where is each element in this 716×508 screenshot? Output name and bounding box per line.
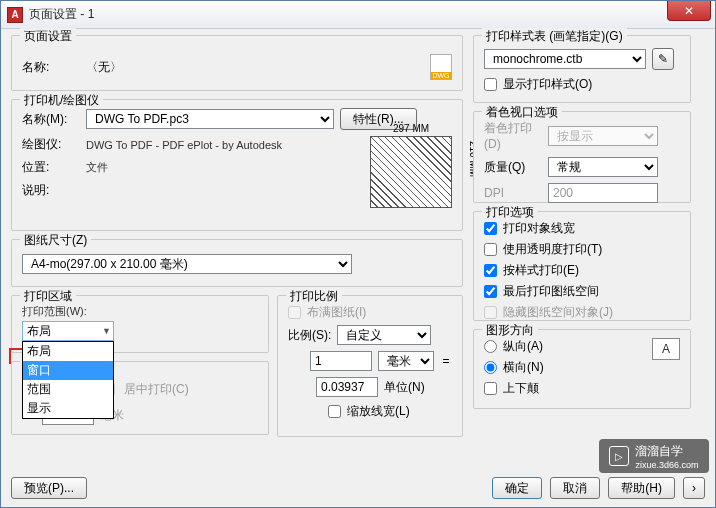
opt1-check[interactable] <box>484 222 497 235</box>
location-value: 文件 <box>86 160 108 175</box>
quality-label: 质量(Q) <box>484 159 542 176</box>
opt-window[interactable]: 窗口 <box>23 361 113 380</box>
opt5-check <box>484 306 497 319</box>
shade-label: 着色打印(D) <box>484 120 542 151</box>
watermark-url: zixue.3d66.com <box>635 460 698 470</box>
shade-select: 按显示 <box>548 126 658 146</box>
portrait-label: 纵向(A) <box>503 338 543 355</box>
opt4-label: 最后打印图纸空间 <box>503 283 599 300</box>
fit-paper-check <box>288 306 301 319</box>
paper-size-select[interactable]: A4-mo(297.00 x 210.00 毫米) <box>22 254 352 274</box>
plotter-label: 绘图仪: <box>22 136 80 153</box>
upside-label: 上下颠 <box>503 380 539 397</box>
opt3-label: 按样式打印(E) <box>503 262 579 279</box>
dpi-input <box>548 183 658 203</box>
printer-name-label: 名称(M): <box>22 111 80 128</box>
upside-check[interactable] <box>484 382 497 395</box>
printer-group-title: 打印机/绘图仪 <box>20 92 103 109</box>
page-setup-title: 页面设置 <box>20 28 76 45</box>
landscape-label: 横向(N) <box>503 359 544 376</box>
opt3-check[interactable] <box>484 264 497 277</box>
dwg-icon <box>430 54 452 80</box>
quality-select[interactable]: 常规 <box>548 157 658 177</box>
play-icon: ▷ <box>609 446 629 466</box>
portrait-radio[interactable] <box>484 340 497 353</box>
style-table-select[interactable]: monochrome.ctb <box>484 49 646 69</box>
scale-num2[interactable] <box>316 377 378 397</box>
paper-preview: 297 MM 210 MM <box>370 136 452 208</box>
expand-button[interactable]: › <box>683 477 705 499</box>
opt5-label: 隐藏图纸空间对象(J) <box>503 304 613 321</box>
printer-name-select[interactable]: DWG To PDF.pc3 <box>86 109 334 129</box>
cancel-button[interactable]: 取消 <box>550 477 600 499</box>
opt2-check[interactable] <box>484 243 497 256</box>
scale-num1[interactable] <box>310 351 372 371</box>
plot-scale-title: 打印比例 <box>286 288 342 305</box>
scale-select[interactable]: 自定义 <box>337 325 431 345</box>
display-styles-label: 显示打印样式(O) <box>503 76 592 93</box>
opt4-check[interactable] <box>484 285 497 298</box>
scale-lw-check[interactable] <box>328 405 341 418</box>
plot-range-list: 布局 窗口 范围 显示 <box>22 341 114 419</box>
desc-label: 说明: <box>22 182 80 199</box>
plot-range-label: 打印范围(W): <box>22 304 258 319</box>
preview-button[interactable]: 预览(P)... <box>11 477 87 499</box>
style-table-title: 打印样式表 (画笔指定)(G) <box>482 28 627 45</box>
page-name-value: 〈无〉 <box>86 59 122 76</box>
chevron-right-icon: › <box>692 481 696 495</box>
scale-lw-label: 缩放线宽(L) <box>347 403 410 420</box>
plot-area-title: 打印区域 <box>20 288 76 305</box>
fit-paper-label: 布满图纸(I) <box>307 304 366 321</box>
opt-extents[interactable]: 范围 <box>23 380 113 399</box>
location-label: 位置: <box>22 159 80 176</box>
scale-unit1[interactable]: 毫米 <box>378 351 434 371</box>
close-button[interactable]: ✕ <box>667 1 711 21</box>
pencil-icon: ✎ <box>658 52 668 66</box>
plot-options-title: 打印选项 <box>482 204 538 221</box>
orientation-title: 图形方向 <box>482 322 538 339</box>
shaded-vp-title: 着色视口选项 <box>482 104 562 121</box>
help-button[interactable]: 帮助(H) <box>608 477 675 499</box>
plot-range-select[interactable]: 布局 布局 窗口 范围 显示 <box>22 321 114 341</box>
opt2-label: 使用透明度打印(T) <box>503 241 602 258</box>
opt-display[interactable]: 显示 <box>23 399 113 418</box>
dim-top: 297 MM <box>371 123 451 134</box>
ok-button[interactable]: 确定 <box>492 477 542 499</box>
app-icon: A <box>7 7 23 23</box>
orientation-icon: A <box>652 338 680 360</box>
scale-label: 比例(S): <box>288 327 331 344</box>
name-label: 名称: <box>22 59 80 76</box>
close-icon: ✕ <box>684 4 694 18</box>
landscape-radio[interactable] <box>484 361 497 374</box>
plotter-value: DWG To PDF - PDF ePlot - by Autodesk <box>86 139 282 151</box>
opt-layout[interactable]: 布局 <box>23 342 113 361</box>
scale-unit2: 单位(N) <box>384 379 452 396</box>
watermark: ▷ 溜溜自学 zixue.3d66.com <box>599 439 709 473</box>
watermark-brand: 溜溜自学 <box>635 443 698 460</box>
style-edit-button[interactable]: ✎ <box>652 48 674 70</box>
display-styles-check[interactable] <box>484 78 497 91</box>
paper-size-title: 图纸尺寸(Z) <box>20 232 91 249</box>
dpi-label: DPI <box>484 186 542 200</box>
window-title: 页面设置 - 1 <box>29 6 94 23</box>
center-label: 居中打印(C) <box>124 381 189 398</box>
opt1-label: 打印对象线宽 <box>503 220 575 237</box>
